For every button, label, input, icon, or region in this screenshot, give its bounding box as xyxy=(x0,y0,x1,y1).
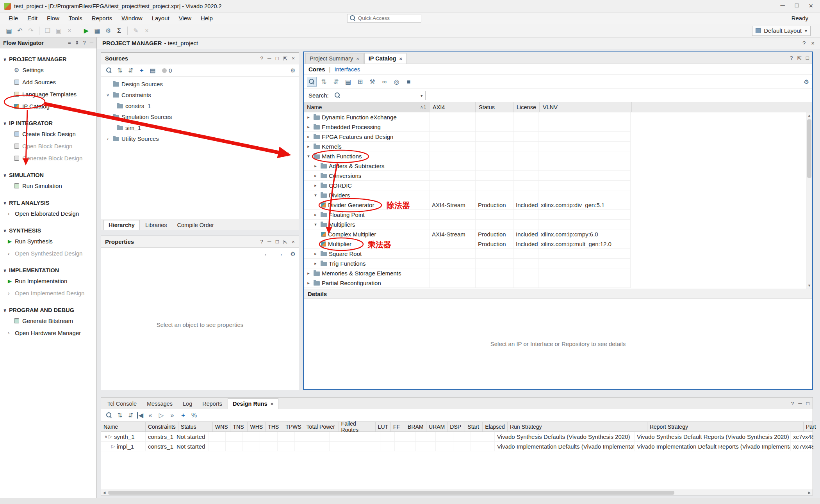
column-header[interactable]: WHS xyxy=(248,422,266,431)
settings-gear-icon[interactable]: ⚙ xyxy=(804,78,809,85)
tree-row-simulation-sources[interactable]: ∨ Simulation Sources xyxy=(101,111,299,122)
tab-tcl-console[interactable]: Tcl Console xyxy=(103,399,141,409)
ip-tree-row-dividers[interactable]: ▾Dividers xyxy=(304,190,631,200)
expand-all-icon[interactable]: ⇵ xyxy=(331,77,341,87)
sidebar-item-open-elaborated-design[interactable]: › Open Elaborated Design xyxy=(0,208,96,220)
maximize-window-icon[interactable]: □ xyxy=(795,2,799,10)
ip-tree-row[interactable]: ▸FPGA Features and Design xyxy=(304,132,631,142)
sidebar-item-create-block-design[interactable]: Create Block Design xyxy=(0,128,96,140)
sidebar-item-run-synthesis[interactable]: ▶ Run Synthesis xyxy=(0,235,96,247)
section-header[interactable]: ∨ SYNTHESIS xyxy=(0,226,96,235)
ip-tree-row[interactable]: ▸Partial Reconfiguration xyxy=(304,278,631,288)
menu-help[interactable]: Help xyxy=(197,14,217,23)
scroll-left-icon[interactable]: ◀ xyxy=(101,491,107,495)
expander-icon[interactable]: ▸ xyxy=(305,115,312,120)
build-icon[interactable]: ▦ xyxy=(92,26,102,36)
section-header[interactable]: ∨ RTL ANALYSIS xyxy=(0,198,96,208)
sidebar-item-run-implementation[interactable]: ▶ Run Implementation xyxy=(0,275,96,287)
column-header[interactable]: THS xyxy=(266,422,283,431)
ip-tree-row[interactable]: ▸Kernels xyxy=(304,142,631,151)
maximize-panel-icon[interactable]: □ xyxy=(806,401,809,406)
run-selected-icon[interactable]: ▷ xyxy=(157,411,166,420)
expander-icon[interactable]: ▾ xyxy=(312,193,319,198)
layout-selector[interactable]: Default Layout ▾ xyxy=(752,26,811,36)
column-header[interactable]: Status xyxy=(178,422,213,431)
run-button[interactable]: ▶ xyxy=(81,26,91,36)
expander-icon[interactable]: ▸ xyxy=(312,173,319,178)
sidebar-item-add-sources[interactable]: Add Sources xyxy=(0,76,96,88)
menu-icon[interactable]: ≡ xyxy=(68,40,71,46)
menu-tools[interactable]: Tools xyxy=(65,14,86,23)
column-header[interactable]: URAM xyxy=(426,422,447,431)
section-header[interactable]: ∨ IP INTEGRATOR xyxy=(0,119,96,128)
ip-tree-row[interactable]: ▸Trig Functions xyxy=(304,259,631,268)
tree-row-sim-1[interactable]: sim_1 xyxy=(101,122,299,133)
help-icon[interactable]: ? xyxy=(260,239,264,245)
tab-hierarchy[interactable]: Hierarchy xyxy=(103,220,140,230)
step-forward-icon[interactable]: » xyxy=(168,411,177,420)
ip-tree-row[interactable]: ▸Adders & Subtracters xyxy=(304,161,631,171)
ip-tree-row[interactable]: ▸Dynamic Function eXchange xyxy=(304,112,631,122)
wrench-icon[interactable]: ⚒ xyxy=(367,77,377,87)
step-back-icon[interactable]: « xyxy=(146,411,155,420)
ip-search-input[interactable] xyxy=(343,92,418,98)
collapse-all-icon[interactable]: ⇅ xyxy=(115,411,125,420)
column-header-license[interactable]: License xyxy=(513,102,540,112)
delete-icon[interactable]: × xyxy=(64,26,75,36)
redo-icon[interactable]: ↷ xyxy=(26,26,36,36)
hierarchy-view-icon[interactable]: ▤ xyxy=(343,77,353,87)
expander-icon[interactable]: ▸ xyxy=(312,163,319,169)
column-header-status[interactable]: Status xyxy=(476,102,513,112)
column-header-axi4[interactable]: AXI4 xyxy=(430,102,476,112)
tab-project-summary[interactable]: Project Summary × xyxy=(305,53,364,64)
sidebar-item-run-simulation[interactable]: Run Simulation xyxy=(0,180,96,192)
expander-icon[interactable]: ▾ xyxy=(312,222,319,227)
tab-messages[interactable]: Messages xyxy=(142,399,177,409)
tab-libraries[interactable]: Libraries xyxy=(141,220,172,230)
settings-gear-icon[interactable]: ⚙ xyxy=(291,250,296,257)
expand-collapse-icon[interactable]: ⇕ xyxy=(75,40,79,46)
sidebar-item-settings[interactable]: ⚙ Settings xyxy=(0,64,96,76)
menu-file[interactable]: File xyxy=(5,14,22,23)
ip-tree-row-multipliers[interactable]: ▾Multipliers xyxy=(304,220,631,229)
maximize-panel-icon[interactable]: □ xyxy=(276,239,279,245)
column-header[interactable]: FF xyxy=(391,422,405,431)
sidebar-item-open-implemented-design[interactable]: › Open Implemented Design xyxy=(0,287,96,299)
chevron-right-icon[interactable]: › xyxy=(8,290,12,296)
scroll-down-icon[interactable]: ▼ xyxy=(806,282,812,289)
column-header[interactable]: Failed Routes xyxy=(339,422,376,431)
sidebar-item-open-hardware-manager[interactable]: › Open Hardware Manager xyxy=(0,327,96,339)
back-icon[interactable]: ← xyxy=(262,249,272,259)
tab-reports[interactable]: Reports xyxy=(198,399,227,409)
tree-row-constraints[interactable]: ∨ Constraints xyxy=(101,89,299,100)
subnav-cores[interactable]: Cores xyxy=(308,66,325,73)
quick-access-search[interactable] xyxy=(347,14,421,23)
column-header[interactable]: Elapsed xyxy=(483,422,508,431)
help-icon[interactable]: ? xyxy=(260,55,264,62)
settings-gear-icon[interactable]: ⚙ xyxy=(103,26,113,36)
column-header-vlnv[interactable]: VLNV xyxy=(540,102,632,112)
expander-icon[interactable]: ▸ xyxy=(305,134,312,139)
tree-row-utility-sources[interactable]: › Utility Sources xyxy=(101,133,299,144)
target-icon[interactable]: ◎ xyxy=(392,77,401,87)
ip-tree-row[interactable]: ▸Floating Point xyxy=(304,210,631,220)
ip-tree-row-multiplier[interactable]: Multiplier Production Included xilinx.co… xyxy=(304,239,631,249)
column-header[interactable]: Constraints xyxy=(146,422,178,431)
float-panel-icon[interactable]: ⇱ xyxy=(283,55,287,62)
expander-icon[interactable]: ∨ xyxy=(103,434,109,439)
sidebar-item-generate-bitstream[interactable]: Generate Bitstream xyxy=(0,315,96,327)
column-header-name[interactable]: Name ∧1 xyxy=(304,102,430,112)
minimize-window-icon[interactable]: ─ xyxy=(780,2,784,10)
expander-icon[interactable]: ▸ xyxy=(305,271,312,276)
menu-reports[interactable]: Reports xyxy=(88,14,116,23)
link-icon[interactable]: ∞ xyxy=(380,77,389,87)
report-icon[interactable]: ▤ xyxy=(148,66,157,75)
column-header[interactable]: Run Strategy xyxy=(508,422,647,431)
ip-tree-row[interactable]: ▸Memories & Storage Elements xyxy=(304,268,631,278)
expander-icon[interactable]: ∨ xyxy=(105,92,111,98)
sidebar-item-language-templates[interactable]: Language Templates xyxy=(0,88,96,100)
stop-icon[interactable]: ■ xyxy=(404,77,414,87)
ip-tree-row[interactable]: ▸Square Root xyxy=(304,249,631,259)
minimize-panel-icon[interactable]: ─ xyxy=(267,239,271,245)
search-icon[interactable] xyxy=(104,66,114,75)
